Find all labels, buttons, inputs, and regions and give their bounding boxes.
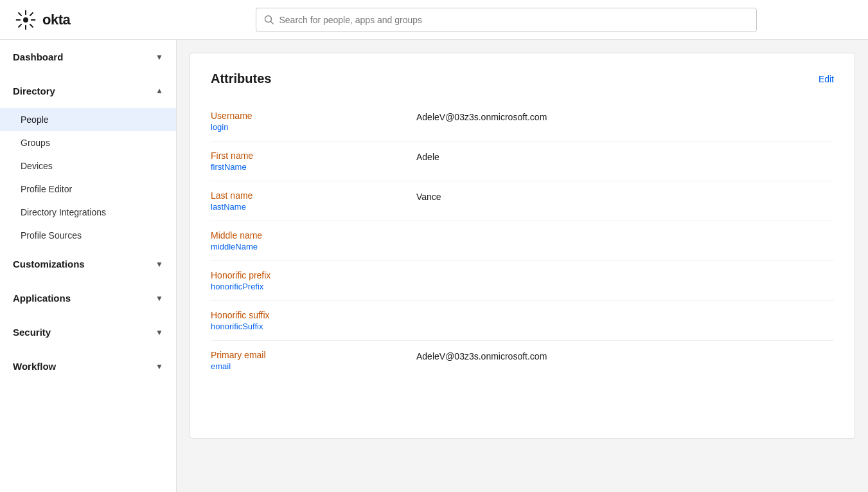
svg-line-5 [19,13,21,15]
sidebar-section-label-directory: Directory [13,86,55,96]
sidebar-section-label-workflow: Workflow [13,361,56,372]
attribute-label-col: First namefirstName [211,150,416,172]
svg-line-8 [19,24,21,26]
sidebar-section-label-customizations: Customizations [13,259,85,269]
sidebar-item-profile-sources[interactable]: Profile Sources [0,224,176,247]
attr-display-name: Last name [211,190,416,201]
chevron-directory-icon: ▼ [155,87,163,96]
search-bar-wrapper [256,8,757,32]
attribute-row: First namefirstNameAdele [211,141,834,181]
sidebar-item-profile-editor[interactable]: Profile Editor [0,178,176,201]
topbar: okta [0,0,868,40]
attribute-row: Honorific suffixhonorificSuffix [211,301,834,341]
attribute-label-col: Middle namemiddleName [211,230,416,251]
logo-area: okta [15,10,144,30]
attribute-value: AdeleV@03z3s.onmicrosoft.com [416,111,834,122]
attr-variable-name: login [211,122,416,132]
attribute-row: Last namelastNameVance [211,181,834,221]
attr-variable-name: honorificSuffix [211,322,416,331]
sidebar-section-label-applications: Applications [13,293,71,304]
attr-variable-name: firstName [211,162,416,172]
svg-line-6 [30,24,33,26]
card-title: Attributes [211,71,271,86]
search-input[interactable] [279,15,748,25]
attr-display-name: Middle name [211,230,416,241]
okta-logo-icon [15,10,36,30]
search-bar [256,8,757,32]
attribute-label-col: Last namelastName [211,190,416,212]
attr-display-name: First name [211,150,416,161]
content-area: Attributes Edit UsernameloginAdeleV@03z3… [177,40,868,492]
attributes-list: UsernameloginAdeleV@03z3s.onmicrosoft.co… [211,102,834,380]
attribute-value [416,310,834,311]
attributes-card: Attributes Edit UsernameloginAdeleV@03z3… [190,53,855,439]
sidebar-section-customizations[interactable]: Customizations▼ [0,247,176,281]
attr-display-name: Username [211,111,416,121]
logo-text: okta [42,12,70,28]
edit-button[interactable]: Edit [819,74,834,84]
sidebar-section-workflow[interactable]: Workflow▼ [0,349,176,383]
attribute-row: Primary emailemailAdeleV@03z3s.onmicroso… [211,341,834,380]
sidebar-item-groups[interactable]: Groups [0,131,176,154]
attribute-value: Adele [416,150,834,162]
chevron-dashboard-icon: ▼ [155,53,163,62]
attribute-label-col: Primary emailemail [211,350,416,371]
sidebar-section-label-dashboard: Dashboard [13,51,63,62]
sidebar-item-people[interactable]: People [0,108,176,131]
sidebar-section-label-security: Security [13,327,51,338]
sidebar-item-directory-integrations[interactable]: Directory Integrations [0,201,176,224]
attribute-value: Vance [416,190,834,202]
attribute-row: UsernameloginAdeleV@03z3s.onmicrosoft.co… [211,102,834,141]
sidebar: Dashboard▼Directory▼PeopleGroupsDevicesP… [0,40,177,492]
sidebar-section-security[interactable]: Security▼ [0,315,176,349]
attribute-label-col: Usernamelogin [211,111,416,132]
chevron-security-icon: ▼ [155,328,163,337]
chevron-applications-icon: ▼ [155,294,163,303]
attribute-label-col: Honorific suffixhonorificSuffix [211,310,416,331]
attr-variable-name: middleName [211,242,416,251]
sidebar-item-devices[interactable]: Devices [0,154,176,178]
main-layout: Dashboard▼Directory▼PeopleGroupsDevicesP… [0,40,868,492]
attr-display-name: Honorific suffix [211,310,416,320]
attribute-value [416,230,834,232]
attribute-label-col: Honorific prefixhonorificPrefix [211,270,416,291]
svg-line-7 [30,13,33,15]
attr-display-name: Honorific prefix [211,270,416,280]
attribute-value: AdeleV@03z3s.onmicrosoft.com [416,350,834,361]
attribute-row: Honorific prefixhonorificPrefix [211,261,834,301]
card-header: Attributes Edit [211,71,834,86]
attr-variable-name: honorificPrefix [211,282,416,291]
attribute-value [416,270,834,271]
attr-variable-name: lastName [211,202,416,212]
svg-line-10 [270,21,273,24]
sidebar-section-dashboard[interactable]: Dashboard▼ [0,40,176,74]
svg-point-0 [23,17,28,23]
attribute-row: Middle namemiddleName [211,221,834,261]
chevron-workflow-icon: ▼ [155,362,163,371]
search-icon [264,15,274,25]
chevron-customizations-icon: ▼ [155,260,163,269]
attr-display-name: Primary email [211,350,416,360]
sidebar-section-directory[interactable]: Directory▼ [0,74,176,108]
attr-variable-name: email [211,361,416,371]
sidebar-section-applications[interactable]: Applications▼ [0,281,176,315]
